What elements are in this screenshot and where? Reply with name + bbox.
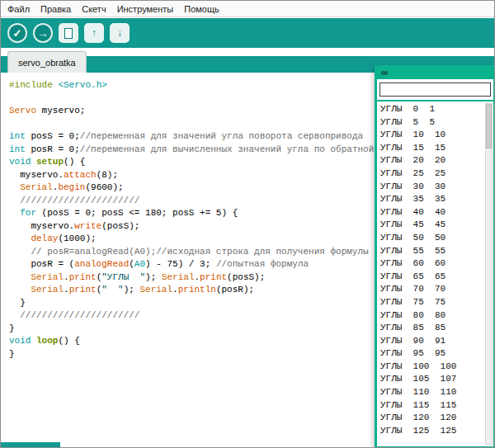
serial-row: УГЛЫ 90 91 [380, 335, 483, 348]
serial-row: УГЛЫ 35 35 [380, 193, 483, 206]
scrollbar-thumb[interactable] [486, 104, 492, 149]
serial-divider [377, 100, 493, 101]
serial-row: УГЛЫ 80 80 [380, 309, 483, 323]
serial-row: УГЛЫ 120 120 [380, 412, 483, 425]
serial-row: УГЛЫ 20 20 [380, 154, 483, 167]
serial-row: УГЛЫ 10 10 [380, 129, 483, 142]
document-icon [64, 28, 73, 39]
serial-scrollbar[interactable] [485, 103, 493, 445]
menu-edit[interactable]: Правка [40, 4, 71, 14]
menu-file[interactable]: Файл [7, 4, 30, 14]
serial-row: УГЛЫ 110 110 [380, 386, 483, 399]
menu-sketch[interactable]: Скетч [82, 4, 106, 14]
menu-help[interactable]: Помощь [184, 4, 219, 14]
serial-row: УГЛЫ 0 1 [380, 103, 483, 116]
infinity-icon: ∞ [381, 68, 389, 78]
serial-monitor-window: ∞ УГЛЫ 0 1УГЛЫ 5 5УГЛЫ 10 10УГЛЫ 15 15УГ… [375, 65, 495, 448]
serial-row: УГЛЫ 75 75 [380, 296, 483, 309]
serial-row: УГЛЫ 15 15 [380, 142, 483, 155]
serial-row: УГЛЫ 25 25 [380, 167, 483, 181]
serial-row: УГЛЫ 85 85 [380, 322, 483, 335]
open-button[interactable]: ↑ [84, 23, 104, 43]
serial-row: УГЛЫ 5 5 [380, 116, 483, 130]
arrow-down-icon: ↓ [117, 28, 122, 38]
serial-row: УГЛЫ 65 65 [380, 271, 483, 284]
upload-button[interactable]: → [33, 23, 53, 43]
save-button[interactable]: ↓ [110, 23, 130, 43]
serial-row: УГЛЫ 95 95 [380, 347, 483, 361]
serial-row: УГЛЫ 125 125 [380, 425, 483, 438]
serial-row: УГЛЫ 70 70 [380, 283, 483, 296]
serial-row: УГЛЫ 40 40 [380, 206, 483, 219]
serial-output[interactable]: УГЛЫ 0 1УГЛЫ 5 5УГЛЫ 10 10УГЛЫ 15 15УГЛЫ… [380, 103, 483, 445]
check-icon: ✓ [13, 28, 22, 39]
tab-label: servo_obratka [18, 58, 76, 68]
serial-row: УГЛЫ 115 115 [380, 399, 483, 413]
serial-row: УГЛЫ 60 60 [380, 257, 483, 271]
serial-row: УГЛЫ 45 45 [380, 219, 483, 232]
serial-row: УГЛЫ 100 100 [380, 361, 483, 374]
verify-button[interactable]: ✓ [7, 23, 27, 43]
serial-monitor-titlebar[interactable]: ∞ [377, 65, 493, 79]
status-bar-fragment [1, 442, 60, 447]
serial-row: УГЛЫ 30 30 [380, 181, 483, 194]
serial-row: УГЛЫ 55 55 [380, 245, 483, 258]
menubar: Файл Правка Скетч Инструменты Помощь [1, 1, 494, 17]
arrow-up-icon: ↑ [92, 28, 97, 38]
tab-servo-obratka[interactable]: servo_obratka [7, 51, 87, 73]
serial-row: УГЛЫ 50 50 [380, 232, 483, 245]
serial-input[interactable] [380, 83, 491, 97]
menu-tools[interactable]: Инструменты [117, 4, 174, 14]
new-sketch-button[interactable] [59, 23, 78, 43]
toolbar: ✓ → ↑ ↓ [1, 18, 494, 48]
arrow-right-icon: → [38, 28, 49, 39]
serial-row: УГЛЫ 105 107 [380, 373, 483, 386]
arduino-ide-window: Файл Правка Скетч Инструменты Помощь ✓ →… [0, 0, 495, 448]
